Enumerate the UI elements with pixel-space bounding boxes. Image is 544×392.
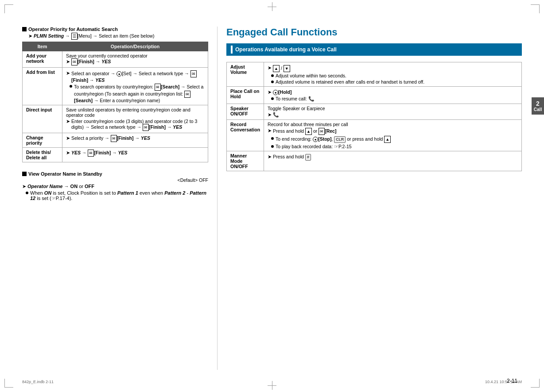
chapter-label: Call	[534, 107, 542, 112]
desc-change-priority: ➤ Select a priority → ✉[Finish] → YES	[62, 133, 208, 148]
desc-direct-input: Save unlisted operators by entering coun…	[62, 105, 208, 133]
item-add-list: Add from list	[23, 68, 62, 105]
add-list-bullet1: To search operators by country/region: ✉…	[70, 84, 204, 103]
black-square-icon	[22, 27, 27, 31]
desc-adjust-volume: ➤ ▲ / ▼ Adjust volume within two seconds…	[264, 62, 522, 87]
direct-input-line: ➤ Enter country/region code (3 digits) a…	[66, 119, 204, 131]
section-header-view-operator: View Operator Name in Standby	[22, 171, 208, 177]
corner-mark-tr	[531, 4, 540, 13]
table-row: Change priority ➤ Select a priority → ✉[…	[23, 133, 208, 148]
item-place-call: Place Call on Hold	[227, 87, 264, 104]
table-row-speaker: Speaker ON/OFF Toggle Speaker or Earpiec…	[227, 104, 522, 120]
black-square-icon-2	[22, 172, 27, 176]
corner-mark-tl	[4, 4, 13, 13]
right-table: Adjust Volume ➤ ▲ / ▼ Adjust volume with…	[226, 62, 522, 171]
desc-add-network: Save your currently connected operator ➤…	[62, 51, 208, 68]
item-delete: Delete this/Delete all	[23, 148, 62, 162]
corner-mark-bl	[4, 379, 13, 388]
view-operator-section: View Operator Name in Standby <Default> …	[22, 171, 208, 201]
table-header-desc: Operation/Description	[62, 42, 208, 51]
voice-call-table: Adjust Volume ➤ ▲ / ▼ Adjust volume with…	[226, 62, 522, 171]
table-row: Direct input Save unlisted operators by …	[23, 105, 208, 133]
item-add-network: Add your network	[23, 51, 62, 68]
operations-header: Operations Available during a Voice Call	[226, 43, 522, 56]
engaged-title: Engaged Call Functions	[226, 27, 522, 38]
table-header-item: Item	[23, 42, 62, 51]
left-column: Operator Priority for Automatic Search ➤…	[22, 27, 208, 370]
desc-record: Record for about three minutes per call …	[264, 120, 522, 151]
footer-left: 842p_E.indb 2-11	[22, 380, 54, 384]
view-op-line1: ➤ Operator Name → ON or OFF	[22, 184, 208, 189]
ops-bar	[231, 46, 233, 54]
operator-table: Item Operation/Description Add your netw…	[22, 42, 208, 162]
operator-sub-header: ➤ PLMN Setting → ☰[Menu] → Select an ite…	[28, 33, 208, 40]
item-record: Record Conversation	[227, 120, 264, 151]
default-label: <Default> OFF	[22, 177, 208, 183]
desc-manner: ➤ Press and hold #	[264, 151, 522, 171]
footer: 842p_E.indb 2-11 10.4.21 10:57:19 AM	[22, 380, 522, 384]
column-divider	[217, 27, 218, 370]
section-header-operator: Operator Priority for Automatic Search	[22, 27, 208, 32]
ops-title: Operations Available during a Voice Call	[235, 46, 337, 53]
table-row: Delete this/Delete all ➤ YES → ✉[Finish]…	[23, 148, 208, 162]
item-speaker: Speaker ON/OFF	[227, 104, 264, 120]
corner-mark-br	[531, 379, 540, 388]
view-operator-title: View Operator Name in Standby	[28, 171, 102, 177]
table-row-record: Record Conversation Record for about thr…	[227, 120, 522, 151]
right-column: Engaged Call Functions Operations Availa…	[226, 27, 522, 370]
operator-priority-section: Operator Priority for Automatic Search ➤…	[22, 27, 208, 162]
add-list-line1: ➤ Select an operator → ●[Set] → Select a…	[66, 70, 204, 83]
item-manner: Manner Mode ON/OFF	[227, 151, 264, 171]
table-row-place-call: Place Call on Hold ➤ ●[Hold] To resume c…	[227, 87, 522, 104]
item-change-priority: Change priority	[23, 133, 62, 148]
desc-place-call: ➤ ●[Hold] To resume call: 📞	[264, 87, 522, 104]
desc-add-list: ➤ Select an operator → ●[Set] → Select a…	[62, 68, 208, 105]
table-row: Add your network Save your currently con…	[23, 51, 208, 68]
operator-section-title: Operator Priority for Automatic Search	[28, 27, 118, 32]
page-number: 2-11	[507, 378, 517, 384]
page-content: Operator Priority for Automatic Search ➤…	[22, 27, 522, 370]
chapter-tab: 2 Call	[532, 97, 544, 115]
table-row: Add from list ➤ Select an operator → ●[S…	[23, 68, 208, 105]
item-direct-input: Direct input	[23, 105, 62, 133]
chapter-number: 2	[536, 100, 540, 107]
desc-delete: ➤ YES → ✉[Finish] → YES	[62, 148, 208, 162]
desc-speaker: Toggle Speaker or Earpiece ➤ 📞	[264, 104, 522, 120]
table-row-manner: Manner Mode ON/OFF ➤ Press and hold #	[227, 151, 522, 171]
view-op-bullet: When ON is set, Clock Position is set to…	[26, 190, 208, 201]
table-row-adjust-volume: Adjust Volume ➤ ▲ / ▼ Adjust volume with…	[227, 62, 522, 87]
item-adjust-volume: Adjust Volume	[227, 62, 264, 87]
center-top-mark	[268, 2, 276, 11]
